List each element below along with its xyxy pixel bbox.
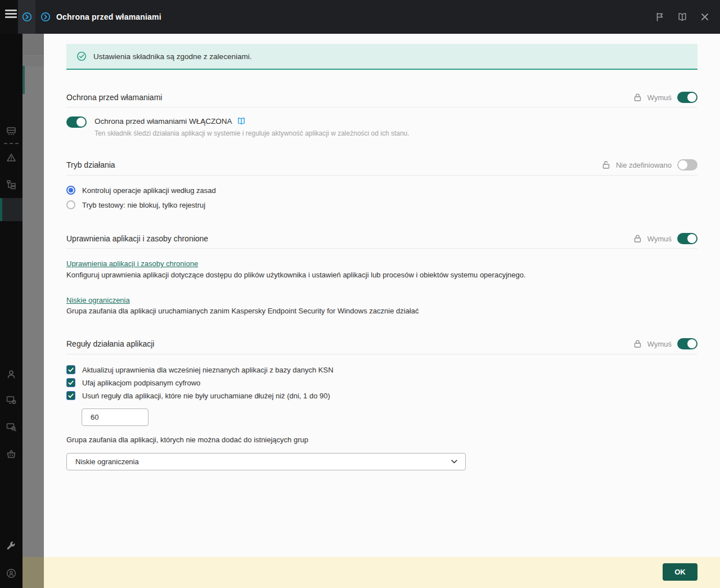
section-divider bbox=[66, 107, 698, 107]
dimmed-selected-indicator bbox=[22, 66, 25, 94]
banner-text: Ustawienia składnika są zgodne z zalecen… bbox=[93, 52, 251, 61]
console-menu-area bbox=[0, 0, 18, 34]
enforce-control[interactable]: Wymuś bbox=[633, 233, 698, 244]
dimmed-background bbox=[22, 34, 44, 588]
section-permissions-header: Uprawnienia aplikacji i zasoby chronione… bbox=[66, 229, 698, 248]
trust-group-link[interactable]: Niskie ograniczenia bbox=[66, 296, 130, 304]
enforce-label: Nie zdefiniowano bbox=[616, 161, 672, 169]
enforce-control[interactable]: Wymuś bbox=[633, 338, 698, 349]
enforce-control[interactable]: Wymuś bbox=[633, 92, 698, 103]
window-title-group: Ochrona przed włamaniami bbox=[40, 0, 161, 34]
book-icon[interactable] bbox=[237, 116, 246, 125]
unlock-icon bbox=[602, 160, 610, 169]
toggle-knob bbox=[687, 339, 696, 348]
section-divider bbox=[66, 175, 698, 176]
hips-status-label: Ochrona przed włamaniami WŁĄCZONA bbox=[94, 117, 232, 125]
toggle-knob bbox=[678, 160, 687, 169]
hamburger-menu-icon[interactable] bbox=[5, 10, 17, 18]
trust-group-select[interactable]: Niskie ograniczenia bbox=[66, 453, 466, 470]
radio-label: Tryb testowy: nie blokuj, tylko rejestru… bbox=[82, 201, 205, 209]
policies-icon[interactable] bbox=[6, 179, 17, 190]
enforce-label: Wymuś bbox=[647, 93, 672, 102]
checkbox-delete-rules[interactable]: Usuń reguły dla aplikacji, które nie był… bbox=[66, 391, 330, 400]
radio-selected-icon[interactable] bbox=[66, 186, 75, 195]
sidebar-item-selected[interactable] bbox=[0, 198, 22, 221]
chevron-down-icon bbox=[451, 460, 457, 464]
devices-icon[interactable] bbox=[6, 125, 17, 137]
toggle-knob bbox=[687, 234, 696, 243]
window-title: Ochrona przed włamaniami bbox=[56, 12, 161, 21]
section-mode-header: Tryb działania Nie zdefiniowano bbox=[66, 155, 698, 174]
lock-icon bbox=[633, 234, 642, 243]
section-divider bbox=[66, 248, 698, 249]
permissions-settings-description: Konfiguruj uprawnienia aplikacji dotyczą… bbox=[66, 271, 526, 279]
circle-chevron-icon bbox=[40, 12, 51, 22]
wrench-icon[interactable] bbox=[6, 541, 17, 552]
dimmed-header bbox=[22, 34, 44, 55]
checkbox-trust-signed[interactable]: Ufaj aplikacjom podpisanym cyfrowo bbox=[66, 378, 200, 387]
enforce-toggle[interactable] bbox=[677, 159, 698, 170]
window-titlebar: Ochrona przed włamaniami bbox=[0, 0, 720, 34]
enforce-toggle[interactable] bbox=[677, 233, 698, 244]
discovery-icon[interactable] bbox=[6, 421, 17, 433]
checkbox-ksn-update[interactable]: Aktualizuj uprawnienia dla wcześniej nie… bbox=[66, 365, 334, 374]
selected-indicator bbox=[0, 198, 2, 221]
hips-status-row: Ochrona przed włamaniami WŁĄCZONA Ten sk… bbox=[66, 116, 410, 137]
radio-test-mode[interactable]: Tryb testowy: nie blokuj, tylko rejestru… bbox=[66, 200, 205, 209]
lock-icon bbox=[633, 339, 642, 348]
radio-control-rules[interactable]: Kontroluj operacje aplikacji według zasa… bbox=[66, 186, 216, 195]
checkbox-label: Usuń reguły dla aplikacji, które nie był… bbox=[82, 392, 330, 400]
titlebar-actions bbox=[655, 0, 710, 34]
close-icon[interactable] bbox=[700, 12, 710, 22]
days-input[interactable] bbox=[82, 409, 148, 426]
ok-button[interactable]: OK bbox=[663, 563, 698, 581]
toggle-knob bbox=[687, 93, 696, 102]
account-icon[interactable] bbox=[6, 568, 17, 579]
radio-unselected-icon[interactable] bbox=[66, 200, 75, 209]
dimmed-toolbar bbox=[22, 55, 44, 66]
users-icon[interactable] bbox=[6, 369, 17, 380]
permissions-settings-link[interactable]: Uprawnienia aplikacji i zasoby chronione bbox=[66, 259, 198, 268]
enforce-control[interactable]: Nie zdefiniowano bbox=[602, 159, 698, 170]
hips-description: Ten składnik śledzi działania aplikacji … bbox=[94, 129, 410, 137]
select-value: Niskie ograniczenia bbox=[75, 457, 139, 466]
app-window: Ochrona przed włamaniami bbox=[0, 0, 720, 588]
alerts-icon[interactable] bbox=[6, 152, 17, 163]
checkbox-label: Aktualizuj uprawnienia dla wcześniej nie… bbox=[82, 366, 334, 374]
section-title: Reguły działania aplikacji bbox=[66, 339, 154, 348]
sidebar-divider bbox=[4, 143, 19, 144]
checkbox-checked-icon[interactable] bbox=[66, 391, 75, 400]
dimmed-footer bbox=[22, 557, 44, 588]
checkbox-checked-icon[interactable] bbox=[66, 378, 75, 387]
trust-group-select-label: Grupa zaufania dla aplikacji, których ni… bbox=[66, 436, 308, 444]
marketplace-icon[interactable] bbox=[6, 448, 17, 460]
section-title: Ochrona przed włamaniami bbox=[66, 93, 162, 102]
recommendation-banner: Ustawienia składnika są zgodne z zalecen… bbox=[66, 44, 698, 70]
enforce-toggle[interactable] bbox=[677, 338, 698, 349]
section-rules-header: Reguły działania aplikacji Wymuś bbox=[66, 334, 698, 353]
enforce-label: Wymuś bbox=[647, 340, 672, 348]
hips-enabled-toggle[interactable] bbox=[66, 116, 87, 128]
settings-panel: Ustawienia składnika są zgodne z zalecen… bbox=[44, 34, 720, 557]
enforce-toggle[interactable] bbox=[677, 92, 698, 103]
checkbox-label: Ufaj aplikacjom podpisanym cyfrowo bbox=[82, 379, 200, 387]
lock-icon bbox=[633, 93, 642, 102]
trust-group-description: Grupa zaufania dla aplikacji uruchamiany… bbox=[66, 307, 418, 315]
enforce-label: Wymuś bbox=[647, 235, 672, 243]
section-divider bbox=[66, 354, 698, 354]
section-title: Tryb działania bbox=[66, 160, 115, 169]
device-settings-icon[interactable] bbox=[6, 394, 17, 406]
checkbox-checked-icon[interactable] bbox=[66, 365, 75, 374]
flag-icon[interactable] bbox=[655, 12, 665, 22]
radio-label: Kontroluj operacje aplikacji według zasa… bbox=[82, 186, 216, 195]
section-title: Uprawnienia aplikacji i zasoby chronione bbox=[66, 234, 208, 243]
toggle-knob bbox=[76, 118, 86, 127]
check-circle-icon bbox=[76, 51, 87, 61]
background-plugin-tab[interactable] bbox=[18, 0, 35, 34]
footer-bar: OK bbox=[44, 557, 720, 588]
circle-chevron-icon bbox=[22, 12, 32, 22]
console-sidebar bbox=[0, 34, 22, 588]
book-icon[interactable] bbox=[677, 12, 687, 22]
section-hips-header: Ochrona przed włamaniami Wymuś bbox=[66, 88, 698, 107]
